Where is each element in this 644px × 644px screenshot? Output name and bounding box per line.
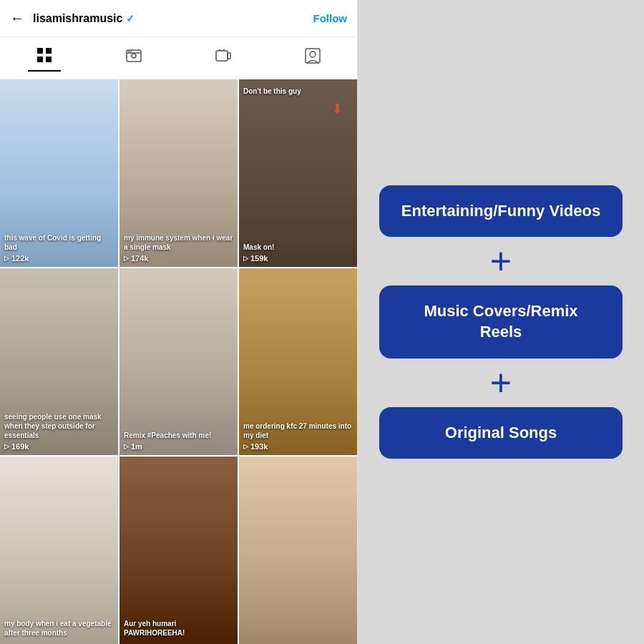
item-2-views: ▷ 174k [124,254,233,263]
svg-point-5 [132,54,136,58]
follow-button[interactable]: Follow [313,12,348,24]
video-grid: this wave of Covid is getting bad ▷ 122k… [0,79,357,644]
grid-item-1[interactable]: this wave of Covid is getting bad ▷ 122k [0,79,118,267]
svg-point-14 [310,52,316,57]
plus-sign-2: + [490,364,512,401]
item-4-overlay: seeing people use one mask when they ste… [0,409,118,455]
svg-point-7 [128,51,130,52]
item-3-top-caption: Don't be this guy [243,84,353,97]
item-6-views: ▷ 193k [243,442,353,451]
item-6-caption: me ordering kfc 27 minutes into my diet [243,421,353,440]
tagged-nav-icon[interactable] [296,45,329,71]
item-7-caption: my body when i eat a vegetable after thr… [4,619,114,638]
reels-nav-icon[interactable] [117,45,150,71]
item-5-overlay: Remix #Peaches with me! ▷ 1m [119,428,238,455]
back-button[interactable]: ← [10,10,24,26]
right-panel: Entertaining/Funny Videos + Music Covers… [358,0,644,644]
item-8-overlay: Aur yeh humari PAWRIHOREEHA! [119,616,238,644]
svg-point-8 [130,51,132,52]
grid-item-4[interactable]: seeing people use one mask when they ste… [0,268,118,456]
instagram-profile-panel: ← lisamishramusic ✓ Follow [0,0,358,644]
item-3-overlay: Mask on! ▷ 159k [239,240,357,267]
grid-nav-icon[interactable] [28,44,61,72]
profile-header: ← lisamishramusic ✓ Follow [0,0,357,37]
igtv-nav-icon[interactable] [207,45,240,71]
category-btn-3[interactable]: Original Songs [379,407,623,459]
item-7-overlay: my body when i eat a vegetable after thr… [0,616,118,644]
svg-rect-3 [46,57,52,62]
grid-item-8[interactable]: Aur yeh humari PAWRIHOREEHA! [119,457,238,644]
grid-item-7[interactable]: my body when i eat a vegetable after thr… [0,457,118,644]
item-2-caption: my immune system when i wear a single ma… [124,233,233,252]
item-1-overlay: this wave of Covid is getting bad ▷ 122k [0,230,118,267]
category-1-label: Entertaining/Funny Videos [401,202,600,220]
plus-sign-1: + [490,243,512,280]
grid-item-5[interactable]: Remix #Peaches with me! ▷ 1m [119,268,238,456]
item-2-overlay: my immune system when i wear a single ma… [119,230,238,267]
username-display: lisamishramusic ✓ [33,12,313,25]
grid-item-9[interactable] [239,457,357,644]
item-5-caption: Remix #Peaches with me! [124,431,233,440]
category-btn-2[interactable]: Music Covers/Remix Reels [379,286,623,358]
profile-nav [0,37,357,79]
username-text: lisamishramusic [33,12,122,25]
svg-rect-1 [46,48,52,54]
grid-item-2[interactable]: my immune system when i wear a single ma… [119,79,238,267]
item-4-caption: seeing people use one mask when they ste… [4,412,114,440]
category-3-label: Original Songs [445,424,557,441]
item-1-views: ▷ 122k [4,254,114,263]
item-5-views: ▷ 1m [124,442,233,451]
item-4-views: ▷ 169k [4,442,114,451]
svg-rect-0 [37,48,43,54]
category-2-label: Music Covers/Remix Reels [424,302,577,341]
item-6-overlay: me ordering kfc 27 minutes into my diet … [239,419,357,455]
grid-item-3[interactable]: Don't be this guy ⬇ Mask on! ▷ 159k [239,79,357,267]
item-3-caption: Mask on! [243,243,353,252]
item-1-caption: this wave of Covid is getting bad [4,233,114,252]
svg-rect-9 [216,51,228,61]
item-3-arrow: ⬇ [332,101,343,117]
verified-badge: ✓ [126,13,135,24]
item-3-views: ▷ 159k [243,254,353,263]
svg-rect-2 [37,57,43,62]
grid-item-6[interactable]: me ordering kfc 27 minutes into my diet … [239,268,357,456]
category-btn-1[interactable]: Entertaining/Funny Videos [379,185,623,238]
item-8-caption: Aur yeh humari PAWRIHOREEHA! [124,619,233,638]
svg-rect-10 [228,53,230,59]
